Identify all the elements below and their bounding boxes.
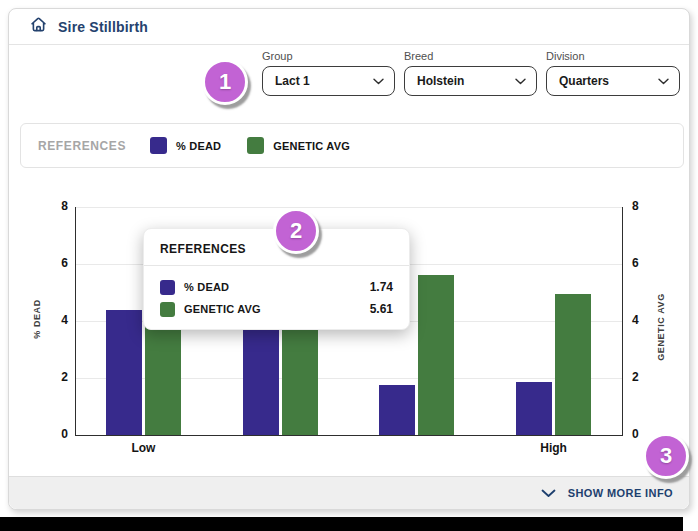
bar-genetic-avg-group-3[interactable] — [418, 275, 454, 435]
bar-genetic-avg-group-4[interactable] — [555, 294, 591, 435]
dead-color-swatch — [160, 280, 175, 295]
division-label: Division — [546, 50, 680, 62]
tooltip-row-label: GENETIC AVG — [184, 303, 261, 315]
annotation-badge-1: 1 — [202, 59, 248, 105]
screen: Sire Stillbirth SHOW MORE INFO Group Lac… — [0, 0, 698, 531]
annotation-badge-3: 3 — [643, 433, 689, 479]
bar-dead-group-4[interactable] — [516, 382, 552, 435]
legend-item-label: GENETIC AVG — [273, 140, 350, 152]
bar-dead-group-3[interactable] — [379, 385, 415, 435]
group-select-value: Lact 1 — [275, 74, 310, 88]
legend-item-label: % DEAD — [176, 140, 221, 152]
legend-item-genetic-avg: GENETIC AVG — [247, 137, 350, 154]
breed-select[interactable]: Holstein — [404, 66, 537, 96]
division-select[interactable]: Quarters — [546, 66, 680, 96]
annotation-badge-2: 2 — [273, 208, 319, 254]
tooltip-row-label: % DEAD — [184, 281, 229, 293]
tooltip-row-value: 1.74 — [370, 280, 393, 294]
home-icon[interactable] — [29, 15, 48, 38]
division-select-value: Quarters — [559, 74, 609, 88]
legend-title: REFERENCES — [38, 139, 150, 153]
genetic-avg-color-swatch — [160, 302, 175, 317]
group-select[interactable]: Lact 1 — [262, 66, 395, 96]
breed-label: Breed — [404, 50, 537, 62]
tooltip-row-dead: % DEAD 1.74 — [160, 276, 393, 298]
bar-dead-group-2[interactable] — [243, 330, 279, 435]
breed-select-value: Holstein — [417, 74, 464, 88]
show-more-info-button[interactable]: SHOW MORE INFO — [9, 476, 689, 509]
references-legend-bar: REFERENCES % DEAD GENETIC AVG — [20, 123, 684, 168]
bar-dead-group-1[interactable] — [106, 310, 142, 435]
tooltip-row-genetic-avg: GENETIC AVG 5.61 — [160, 298, 393, 320]
filter-division: Division Quarters — [546, 50, 680, 96]
chevron-down-icon — [658, 78, 669, 85]
filter-group: Group Lact 1 — [262, 50, 395, 96]
filter-breed: Breed Holstein — [404, 50, 537, 96]
bottom-black-strip — [0, 517, 683, 531]
tooltip-row-value: 5.61 — [370, 302, 393, 316]
chevron-down-icon — [373, 78, 384, 85]
genetic-avg-color-swatch — [247, 137, 264, 154]
dead-color-swatch — [150, 137, 167, 154]
bar-genetic-avg-group-2[interactable] — [282, 330, 318, 435]
group-label: Group — [262, 50, 395, 62]
chevron-down-icon — [515, 78, 526, 85]
chevron-down-icon — [541, 484, 556, 502]
legend-item-dead: % DEAD — [150, 137, 221, 154]
page-title: Sire Stillbirth — [58, 19, 148, 35]
show-more-info-label: SHOW MORE INFO — [568, 487, 673, 499]
card-header: Sire Stillbirth — [9, 9, 689, 45]
